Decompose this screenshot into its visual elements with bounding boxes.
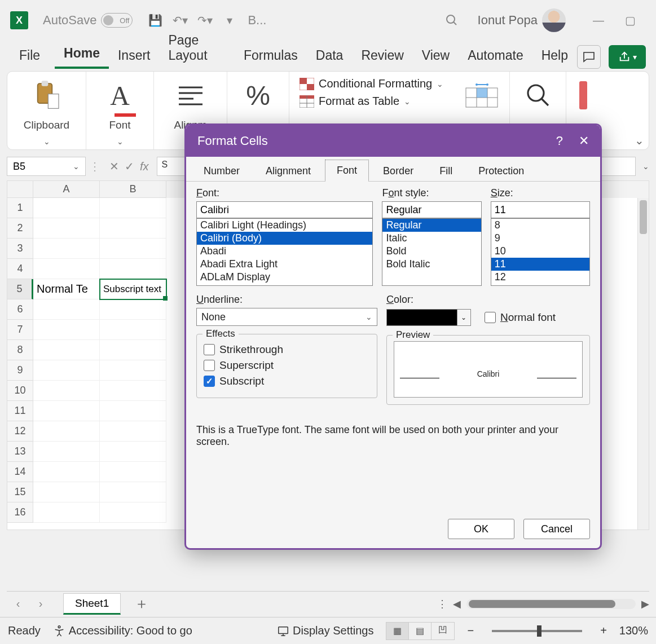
superscript-checkbox[interactable]: Superscript <box>204 359 370 372</box>
share-button[interactable]: ▾ <box>609 45 646 69</box>
qat-customize-icon[interactable]: ▾ <box>221 11 239 29</box>
close-icon[interactable]: ✕ <box>579 134 589 148</box>
tab-file[interactable]: File <box>10 45 49 69</box>
select-all-button[interactable] <box>7 181 33 198</box>
cell[interactable] <box>100 360 166 381</box>
zoom-level[interactable]: 130% <box>619 624 648 637</box>
list-item[interactable]: 12 <box>491 271 589 284</box>
page-layout-view-button[interactable]: ▤ <box>409 623 432 639</box>
user-account[interactable]: Ionut Popa <box>478 8 566 32</box>
zoom-in-button[interactable]: + <box>600 624 607 637</box>
underline-select[interactable]: None ⌄ <box>196 308 377 326</box>
chevron-down-icon[interactable]: ⌄ <box>43 137 50 146</box>
cell[interactable] <box>100 299 166 320</box>
cell[interactable] <box>100 198 166 218</box>
cell[interactable] <box>33 360 100 381</box>
row-header[interactable]: 6 <box>7 299 33 320</box>
cell[interactable] <box>33 239 100 259</box>
cell[interactable] <box>33 218 100 239</box>
cell[interactable] <box>100 421 166 442</box>
fx-icon[interactable]: fx <box>140 160 149 173</box>
cell[interactable] <box>33 442 100 462</box>
zoom-slider[interactable] <box>492 630 582 632</box>
name-box[interactable]: B5 ⌄ <box>7 157 86 176</box>
accessibility-status[interactable]: Accessibility: Good to go <box>53 624 192 637</box>
normal-view-button[interactable]: ▦ <box>386 623 409 639</box>
list-item[interactable]: Calibri Light (Headings) <box>197 219 372 232</box>
list-item[interactable]: 8 <box>491 219 589 232</box>
font-style-input[interactable] <box>382 201 481 218</box>
vertical-scrollbar[interactable] <box>637 198 649 530</box>
scroll-right-icon[interactable]: ▶ <box>641 598 649 610</box>
row-header[interactable]: 4 <box>7 259 33 279</box>
list-item[interactable]: Bold <box>382 245 481 258</box>
chevron-down-icon[interactable]: ⌄ <box>117 137 124 146</box>
cell[interactable] <box>100 320 166 340</box>
group-clipboard[interactable]: Clipboard ⌄ <box>7 72 86 149</box>
row-header[interactable]: 11 <box>7 401 33 421</box>
cell[interactable] <box>100 381 166 401</box>
list-item[interactable]: 14 <box>491 284 589 286</box>
row-header[interactable]: 1 <box>7 198 33 218</box>
cell[interactable] <box>33 381 100 401</box>
row-header[interactable]: 5 <box>7 279 33 299</box>
row-header[interactable]: 8 <box>7 340 33 360</box>
maximize-button[interactable]: ▢ <box>619 9 641 32</box>
zoom-out-button[interactable]: − <box>467 624 474 637</box>
strikethrough-checkbox[interactable]: Strikethrough <box>204 343 370 356</box>
cell[interactable] <box>33 462 100 482</box>
cell[interactable] <box>33 299 100 320</box>
expand-formula-bar-icon[interactable]: ⌄ <box>642 162 649 171</box>
row-header[interactable]: 14 <box>7 462 33 482</box>
list-item[interactable]: ADLaM Display <box>197 271 372 284</box>
tab-formulas[interactable]: Formulas <box>235 45 307 69</box>
sheet-prev-icon[interactable]: ‹ <box>7 597 29 610</box>
list-item[interactable]: Abadi Extra Light <box>197 258 372 271</box>
dialog-tab-alignment[interactable]: Alignment <box>254 160 323 182</box>
cell[interactable] <box>33 482 100 502</box>
sheet-options-icon[interactable]: ⋮ <box>437 598 447 610</box>
search-icon[interactable] <box>443 11 461 29</box>
dialog-tab-protection[interactable]: Protection <box>466 160 536 182</box>
cell[interactable] <box>33 320 100 340</box>
cell[interactable] <box>100 259 166 279</box>
row-header[interactable]: 10 <box>7 381 33 401</box>
list-item[interactable]: Calibri (Body) <box>197 232 372 245</box>
toggle-icon[interactable]: Off <box>101 13 133 28</box>
sheet-next-icon[interactable]: › <box>29 597 52 610</box>
font-listbox[interactable]: Calibri Light (Headings)Calibri (Body)Ab… <box>196 218 373 286</box>
help-icon[interactable]: ? <box>556 134 563 148</box>
cell[interactable] <box>33 198 100 218</box>
tab-help[interactable]: Help <box>532 45 577 69</box>
list-item[interactable]: Bold Italic <box>382 258 481 271</box>
cell[interactable] <box>33 401 100 421</box>
row-header[interactable]: 13 <box>7 442 33 462</box>
list-item[interactable]: 9 <box>491 232 589 245</box>
row-header[interactable]: 9 <box>7 360 33 381</box>
size-listbox[interactable]: 8910111214 <box>491 218 590 286</box>
group-font[interactable]: A Font ⌄ <box>86 72 154 149</box>
cell[interactable] <box>100 482 166 502</box>
row-header[interactable]: 3 <box>7 239 33 259</box>
dialog-tab-fill[interactable]: Fill <box>428 160 464 182</box>
tab-review[interactable]: Review <box>352 45 412 69</box>
color-select[interactable]: ⌄ <box>386 309 471 326</box>
row-header[interactable]: 16 <box>7 502 33 523</box>
sheet-tab-sheet1[interactable]: Sheet1 <box>63 593 121 615</box>
display-settings-button[interactable]: Display Settings <box>277 624 373 637</box>
cell[interactable] <box>33 259 100 279</box>
dialog-tab-font[interactable]: Font <box>325 160 369 182</box>
row-header[interactable]: 2 <box>7 218 33 239</box>
cell[interactable]: Subscript text <box>100 279 166 299</box>
minimize-button[interactable]: — <box>587 9 610 32</box>
dialog-tab-border[interactable]: Border <box>371 160 425 182</box>
save-icon[interactable]: 💾 <box>146 11 164 29</box>
list-item[interactable]: 11 <box>491 258 589 271</box>
comments-button[interactable] <box>577 45 601 69</box>
column-header-b[interactable]: B <box>100 181 166 198</box>
cancel-button[interactable]: Cancel <box>523 519 590 539</box>
cell[interactable]: Normal Te <box>33 279 100 299</box>
conditional-formatting-button[interactable]: Conditional Formatting ⌄ <box>300 77 443 90</box>
column-header-a[interactable]: A <box>33 181 100 198</box>
ok-button[interactable]: OK <box>448 519 514 539</box>
